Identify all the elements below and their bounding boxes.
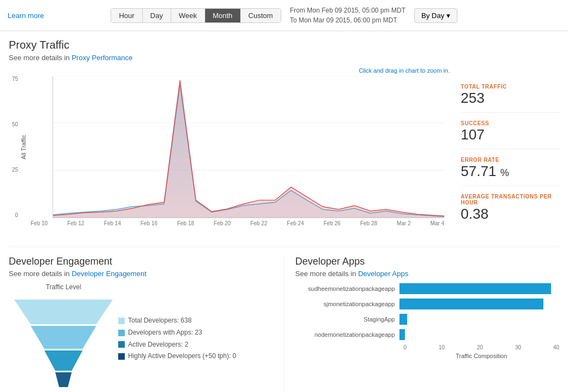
stats-panel: TOTAL TRAFFIC 253 SUCCESS 107 ERROR RATE… xyxy=(450,67,559,236)
y-label-0: 0 xyxy=(12,212,18,218)
error-rate-stat: ERROR RATE 57.71 % xyxy=(461,157,559,186)
developer-engagement-title: Developer Engagement xyxy=(9,256,273,267)
success-value: 107 xyxy=(461,126,559,143)
bar-fill-1 xyxy=(399,299,543,309)
x-label-feb22: Feb 22 xyxy=(250,220,267,226)
bar-track-3 xyxy=(399,329,560,340)
x-label-feb20: Feb 20 xyxy=(214,220,231,226)
proxy-performance-link[interactable]: Proxy Performance xyxy=(72,54,132,62)
bar-label-3: nodemonetizationpackageapp xyxy=(295,331,399,338)
y-label-25: 25 xyxy=(12,167,18,173)
hour-button[interactable]: Hour xyxy=(111,9,142,22)
top-bar: Learn more Hour Day Week Month Custom Fr… xyxy=(0,0,568,31)
legend-item-4: Highly Active Developers (+50 tph): 0 xyxy=(118,350,236,362)
y-label-75: 75 xyxy=(12,76,18,82)
legend-dot-4 xyxy=(118,353,125,360)
x-label-feb12: Feb 12 xyxy=(67,220,84,226)
traffic-chart-svg xyxy=(53,76,444,218)
funnel-layer-4 xyxy=(55,372,72,387)
proxy-traffic-see-more: See more details in Proxy Performance xyxy=(9,54,559,62)
date-range-line2: To Mon Mar 09 2015, 06:00 pm MDT xyxy=(290,15,405,25)
success-label: SUCCESS xyxy=(461,120,559,126)
red-area xyxy=(53,80,444,218)
legend-item-2: Developers with Apps: 23 xyxy=(118,327,236,339)
success-stat: SUCCESS 107 xyxy=(461,120,559,149)
bar-x-label: Traffic Composition xyxy=(404,353,560,359)
x-axis-labels: Feb 10 Feb 12 Feb 14 Feb 16 Feb 18 Feb 2… xyxy=(31,220,444,226)
bar-track-2 xyxy=(399,314,560,325)
x-label-feb28: Feb 28 xyxy=(360,220,377,226)
avg-trans-label: AVERAGE TRANSACTIONS PER HOUR xyxy=(461,194,559,206)
main-content: Proxy Traffic See more details in Proxy … xyxy=(0,31,568,392)
funnel-chart-wrapper: Traffic Level xyxy=(9,283,118,392)
bar-chart-container: sudheemonetizationpackageapp sjmonetizat… xyxy=(295,283,560,359)
funnel-legend: Total Developers: 638 Developers with Ap… xyxy=(118,315,236,362)
proxy-traffic-title: Proxy Traffic xyxy=(9,39,559,51)
bar-track-0 xyxy=(399,283,560,294)
week-button[interactable]: Week xyxy=(171,9,205,22)
bar-fill-3 xyxy=(399,329,405,340)
proxy-traffic-section: Proxy Traffic See more details in Proxy … xyxy=(9,39,559,62)
developer-engagement-section: Developer Engagement See more details in… xyxy=(9,256,273,392)
bar-fill-0 xyxy=(399,283,552,294)
date-range: From Mon Feb 09 2015, 05:00 pm MDT To Mo… xyxy=(290,5,405,25)
chart-area[interactable] xyxy=(53,76,444,218)
error-rate-label: ERROR RATE xyxy=(461,157,559,163)
blue-line xyxy=(53,84,444,217)
x-label-feb10: Feb 10 xyxy=(31,220,48,226)
funnel-svg xyxy=(9,294,118,392)
avg-trans-stat: AVERAGE TRANSACTIONS PER HOUR 0.38 xyxy=(461,194,559,228)
bar-fill-2 xyxy=(399,314,408,325)
funnel-layer-1 xyxy=(14,300,113,324)
x-tick-40: 40 xyxy=(553,344,559,350)
chart-hint: Click and drag in chart to zoom in. xyxy=(9,67,450,74)
developer-engagement-link[interactable]: Developer Engagement xyxy=(72,270,147,278)
x-tick-10: 10 xyxy=(439,344,445,350)
funnel-container: Traffic Level Total Developers: 6 xyxy=(9,283,273,392)
bottom-sections: Developer Engagement See more details in… xyxy=(9,247,559,392)
legend-item-3: Active Developers: 2 xyxy=(118,339,236,351)
custom-button[interactable]: Custom xyxy=(241,9,281,22)
legend-dot-1 xyxy=(118,318,125,324)
x-label-mar2: Mar 2 xyxy=(397,220,411,226)
time-buttons: Hour Day Week Month Custom xyxy=(111,8,281,23)
x-tick-0: 0 xyxy=(404,344,407,350)
bar-row-0: sudheemonetizationpackageapp xyxy=(295,283,560,294)
chart-left: Click and drag in chart to zoom in. All … xyxy=(9,67,450,236)
day-button[interactable]: Day xyxy=(143,9,171,22)
bar-label-2: StagingApp xyxy=(295,316,399,323)
red-line xyxy=(53,80,444,216)
month-button[interactable]: Month xyxy=(205,9,241,22)
x-tick-20: 20 xyxy=(477,344,483,350)
total-traffic-label: TOTAL TRAFFIC xyxy=(461,84,559,90)
x-label-feb14: Feb 14 xyxy=(104,220,121,226)
see-more-text: See more details in xyxy=(9,54,72,62)
x-label-feb26: Feb 26 xyxy=(323,220,340,226)
by-day-button[interactable]: By Day ▾ xyxy=(414,8,457,23)
x-label-feb16: Feb 16 xyxy=(141,220,158,226)
x-label-mar4: Mar 4 xyxy=(430,220,444,226)
legend-dot-3 xyxy=(118,341,125,348)
bar-row-3: nodemonetizationpackageapp xyxy=(295,329,560,340)
bar-label-1: sjmonetizationpackageapp xyxy=(295,301,399,307)
funnel-label: Traffic Level xyxy=(9,283,118,291)
developer-apps-section: Developer Apps See more details in Devel… xyxy=(284,256,560,392)
bar-track-1 xyxy=(399,299,560,309)
developer-apps-link[interactable]: Developer Apps xyxy=(358,270,408,278)
learn-more-link[interactable]: Learn more xyxy=(8,11,44,20)
total-traffic-stat: TOTAL TRAFFIC 253 xyxy=(461,84,559,113)
funnel-layer-2 xyxy=(31,326,96,349)
y-label-50: 50 xyxy=(12,121,18,127)
bar-row-2: StagingApp xyxy=(295,314,560,325)
chart-container: Click and drag in chart to zoom in. All … xyxy=(9,67,559,236)
x-tick-30: 30 xyxy=(515,344,521,350)
total-traffic-value: 253 xyxy=(461,90,559,107)
funnel-layer-3 xyxy=(44,350,83,371)
y-axis-labels: 75 50 25 0 xyxy=(12,76,20,218)
legend-dot-2 xyxy=(118,330,125,336)
bar-row-1: sjmonetizationpackageapp xyxy=(295,299,560,309)
dev-engagement-see-more: See more details in Developer Engagement xyxy=(9,270,273,278)
legend-item-1: Total Developers: 638 xyxy=(118,315,236,327)
dev-apps-see-more: See more details in Developer Apps xyxy=(295,270,560,278)
date-range-line1: From Mon Feb 09 2015, 05:00 pm MDT xyxy=(290,5,405,15)
